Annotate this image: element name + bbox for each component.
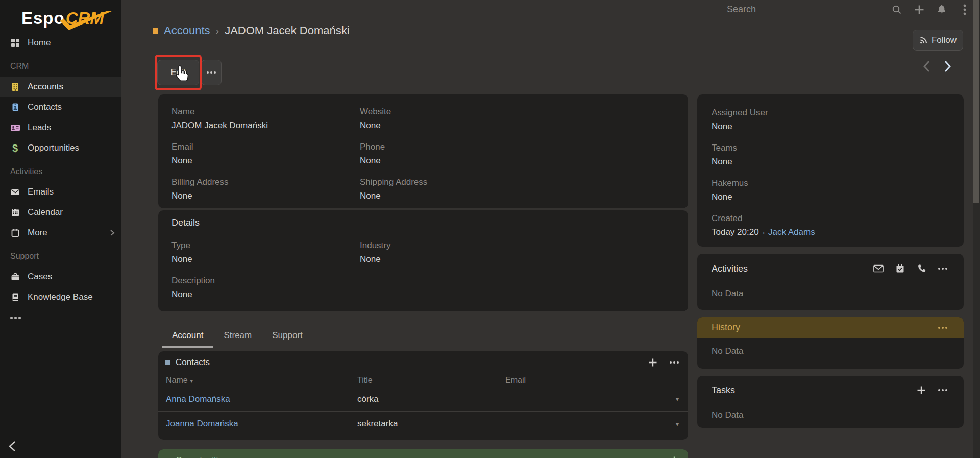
column-header-title[interactable]: Title (357, 376, 505, 385)
created-by-user-link[interactable]: Jack Adams (768, 227, 815, 237)
search-icon[interactable] (891, 4, 903, 16)
add-opportunity-plus-icon[interactable] (668, 454, 681, 458)
id-card-icon (10, 123, 20, 133)
sidebar-item-opportunities[interactable]: $ Opportunities (0, 138, 121, 158)
log-call-icon[interactable] (915, 262, 928, 275)
sidebar-item-contacts[interactable]: Contacts (0, 97, 121, 117)
global-search-input[interactable] (648, 1, 883, 17)
tasks-empty-text: No Data (712, 410, 949, 420)
sidebar-item-emails[interactable]: Emails (0, 182, 121, 202)
details-panel-title: Details (172, 218, 675, 228)
bell-icon[interactable] (936, 4, 948, 16)
logo-text-crm: CRM (66, 9, 104, 28)
created-datetime: Today 20:20 (712, 227, 759, 237)
tasks-menu-ellipsis-icon[interactable] (936, 383, 949, 397)
sidebar-item-label: Cases (28, 272, 52, 282)
row-dropdown-caret-icon[interactable]: ▾ (667, 420, 688, 428)
add-contact-plus-icon[interactable] (646, 356, 659, 369)
sidebar-collapse-button[interactable] (8, 441, 21, 454)
field-industry: Industry None (360, 240, 675, 264)
breadcrumb-separator: › (216, 25, 219, 37)
relationship-tabs: Account Stream Support (162, 324, 313, 348)
id-badge-icon (10, 103, 20, 112)
sidebar-section-crm: CRM (0, 56, 121, 77)
field-email: Email None (172, 142, 360, 166)
sidebar-item-calendar[interactable]: Calendar (0, 202, 121, 223)
breadcrumb-accounts-link[interactable]: Accounts (164, 24, 210, 37)
field-name: Name JADOM Jacek Domański (172, 107, 360, 131)
sidebar-item-cases[interactable]: Cases (0, 267, 121, 287)
sidebar-section-support: Support (0, 246, 121, 267)
column-header-email[interactable]: Email (505, 376, 667, 385)
tab-stream[interactable]: Stream (213, 324, 262, 348)
history-empty-text: No Data (697, 346, 964, 356)
tasks-panel: Tasks No Data (697, 376, 964, 428)
schedule-meeting-icon[interactable] (893, 262, 906, 275)
ellipsis-icon (207, 71, 216, 74)
add-task-plus-icon[interactable] (915, 383, 928, 397)
sidebar-more-ellipsis[interactable] (0, 307, 121, 328)
field-description: Description None (172, 276, 360, 300)
scrollbar-thumb[interactable] (973, 0, 979, 203)
briefcase-icon (10, 272, 20, 282)
page-scrollbar[interactable] (973, 0, 980, 458)
record-overview-panel: Name JADOM Jacek Domański Email None Bil… (158, 94, 688, 208)
activities-panel: Activities No Data (697, 254, 964, 310)
sidebar-item-label: Opportunities (28, 143, 79, 153)
envelope-icon (10, 187, 20, 197)
contacts-menu-ellipsis-icon[interactable] (668, 356, 681, 369)
page-title: JADOM Jacek Domański (225, 24, 350, 37)
follow-button[interactable]: Follow (913, 30, 963, 51)
field-website: Website None (360, 107, 675, 131)
rss-icon (919, 36, 927, 44)
field-teams: Teams None (712, 143, 949, 167)
tab-support[interactable]: Support (262, 324, 313, 348)
sidebar-item-knowledge-base[interactable]: Knowledge Base (0, 287, 121, 307)
column-header-name[interactable]: Name ▾ (166, 376, 357, 385)
dollar-icon: $ (10, 143, 20, 153)
activities-menu-ellipsis-icon[interactable] (936, 262, 949, 275)
contacts-panel-title: Contacts (176, 357, 210, 368)
field-shipping-address: Shipping Address None (360, 177, 675, 201)
field-assigned-user: Assigned User None (712, 108, 949, 132)
compose-email-icon[interactable] (872, 262, 885, 275)
sidebar-item-home[interactable]: Home (0, 33, 121, 53)
sidebar-item-label: Accounts (28, 82, 63, 92)
calendar-blank-icon (10, 228, 20, 238)
contact-link[interactable]: Joanna Domańska (166, 419, 238, 428)
next-record-arrow[interactable] (943, 60, 954, 73)
sidebar-item-leads[interactable]: Leads (0, 117, 121, 138)
sidebar-item-accounts[interactable]: Accounts (0, 77, 121, 97)
contact-title: córka (357, 394, 505, 404)
field-phone: Phone None (360, 142, 675, 166)
kebab-menu-icon[interactable] (959, 4, 971, 16)
quick-create-plus-icon[interactable] (913, 4, 925, 16)
opportunities-panel-title: Opportunities (176, 455, 227, 458)
previous-record-arrow[interactable] (922, 60, 933, 73)
tab-account[interactable]: Account (162, 324, 213, 348)
building-icon (10, 82, 20, 92)
follow-button-label: Follow (932, 35, 957, 45)
tasks-panel-title: Tasks (712, 385, 735, 396)
field-hakemus: Hakemus None (712, 178, 949, 202)
record-details-panel: Details Type None Description None Indus… (158, 210, 688, 311)
sidebar-item-label: Calendar (28, 207, 63, 218)
contacts-scope-icon (165, 360, 170, 365)
sidebar-item-label: Contacts (28, 102, 62, 112)
field-created: Created Today 20:20 › Jack Adams (712, 213, 949, 237)
contact-row: Joanna Domańska sekretarka ▾ (158, 412, 688, 436)
history-panel-title: History (712, 322, 740, 333)
book-icon (10, 293, 20, 302)
history-menu-ellipsis-icon[interactable] (936, 321, 949, 334)
contact-title: sekretarka (357, 419, 505, 429)
sidebar-item-more[interactable]: More (0, 223, 121, 243)
record-actions-button[interactable] (201, 60, 222, 85)
row-dropdown-caret-icon[interactable]: ▾ (667, 395, 688, 403)
contact-link[interactable]: Anna Domańska (166, 394, 230, 404)
history-panel-header[interactable]: History (697, 317, 964, 338)
opportunities-panel: Opportunities (158, 449, 688, 458)
espocrm-logo[interactable]: Espo CRM (21, 7, 104, 30)
ellipsis-icon (10, 317, 21, 319)
sidebar-item-label: Emails (28, 187, 54, 197)
breadcrumb: Accounts › JADOM Jacek Domański (153, 22, 350, 39)
